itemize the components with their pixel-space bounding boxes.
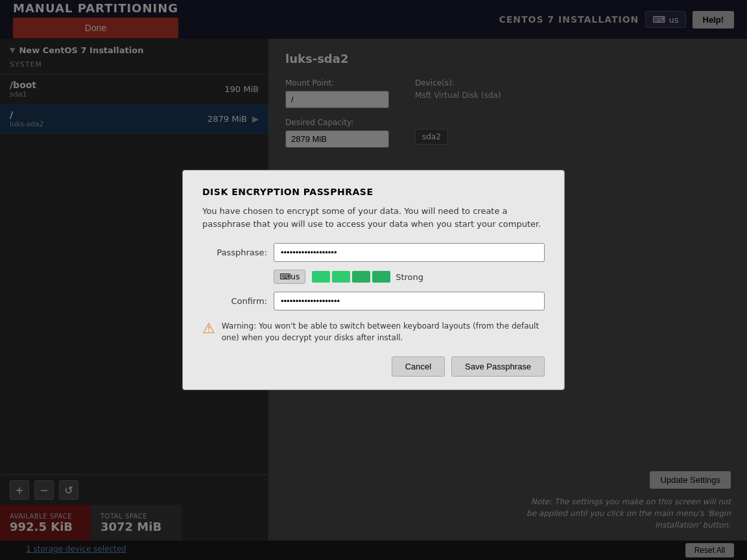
- modal-keyboard-button[interactable]: ⌨ us: [274, 270, 305, 284]
- modal-title: DISK ENCRYPTION PASSPHRASE: [202, 187, 545, 197]
- strength-bar-3: [352, 271, 370, 283]
- warning-text: Warning: You won't be able to switch bet…: [222, 320, 545, 344]
- strength-row: ⌨ us Strong: [274, 270, 545, 284]
- passphrase-label: Passphrase:: [202, 248, 267, 257]
- passphrase-input[interactable]: [274, 243, 545, 262]
- confirm-label: Confirm:: [202, 296, 267, 306]
- warning-row: ⚠ Warning: You won't be able to switch b…: [202, 320, 545, 344]
- modal-description: You have chosen to encrypt some of your …: [202, 205, 545, 230]
- strength-bar-2: [332, 271, 350, 283]
- save-passphrase-button[interactable]: Save Passphrase: [451, 356, 545, 377]
- modal-keyboard-lang: us: [290, 272, 300, 281]
- modal-overlay: DISK ENCRYPTION PASSPHRASE You have chos…: [0, 0, 747, 560]
- strength-bar-4: [372, 271, 390, 283]
- warning-icon: ⚠: [202, 320, 215, 336]
- strength-label: Strong: [396, 272, 423, 282]
- passphrase-row: Passphrase:: [202, 243, 545, 262]
- confirm-row: Confirm:: [202, 292, 545, 310]
- modal-buttons: Cancel Save Passphrase: [202, 356, 545, 377]
- confirm-input[interactable]: [274, 292, 545, 310]
- strength-bar-1: [312, 271, 330, 283]
- cancel-button[interactable]: Cancel: [392, 356, 445, 377]
- modal-keyboard-icon: ⌨: [279, 272, 290, 281]
- strength-bars: [312, 271, 390, 283]
- disk-encryption-modal: DISK ENCRYPTION PASSPHRASE You have chos…: [182, 170, 565, 390]
